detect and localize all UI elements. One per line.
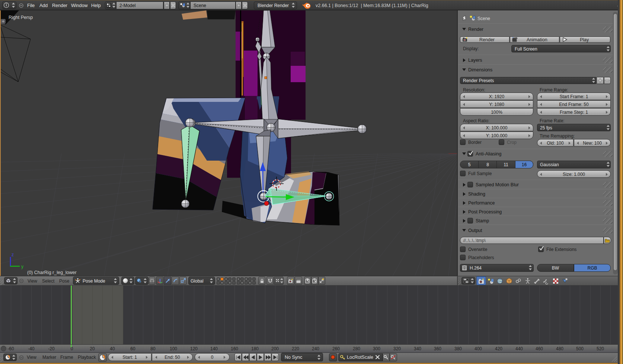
svg-text:z: z [12,252,14,257]
svg-text:Right Persp: Right Persp [9,15,33,20]
svg-text:(0) CharRig r_leg_lower: (0) CharRig r_leg_lower [27,270,77,275]
svg-text:y: y [21,264,23,269]
